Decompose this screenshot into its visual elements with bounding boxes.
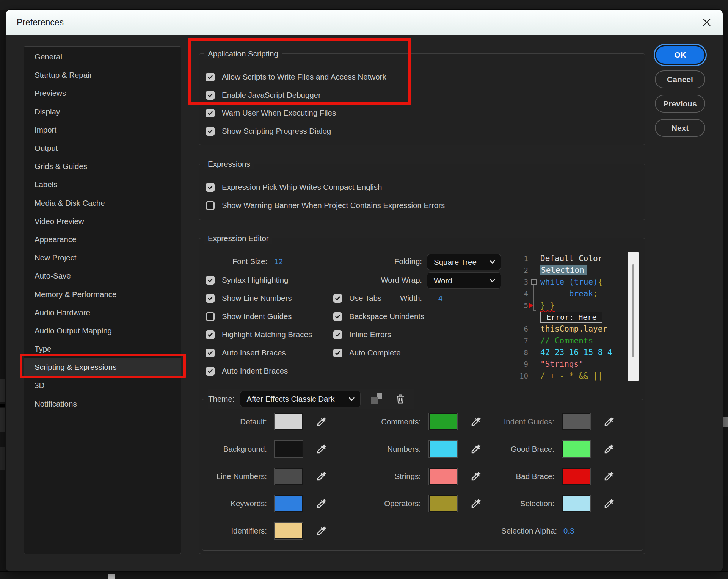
option-show-indent-guides: Show Indent Guides [206, 310, 292, 323]
code-preview-scrollbar[interactable] [628, 252, 639, 381]
color-swatch-bad-brace[interactable] [562, 468, 590, 485]
option-syntax-highlighting: Syntax Highlighting [206, 274, 289, 286]
option-highlight-matching-braces: Highlight Matching Braces [206, 328, 312, 341]
code-token: ; [593, 289, 598, 298]
eyedropper-icon[interactable] [603, 443, 615, 455]
option-label: Show Line Numbers [222, 294, 292, 303]
word-wrap-dropdown[interactable]: Word [427, 272, 501, 289]
checkbox[interactable] [206, 349, 215, 357]
line-number: 8 [508, 348, 528, 357]
checkbox[interactable] [206, 91, 215, 100]
checkbox[interactable] [333, 294, 342, 303]
color-swatch-indent-guides[interactable] [562, 413, 590, 430]
sidebar-category-list: GeneralStartup & RepairPreviewsDisplayIm… [24, 46, 181, 554]
sidebar-item-type[interactable]: Type [24, 340, 181, 358]
background-app-strip-top [0, 0, 728, 10]
option-label: Show Indent Guides [222, 312, 292, 321]
fold-collapse-icon [531, 279, 537, 285]
sidebar-item-video-preview[interactable]: Video Preview [24, 212, 181, 230]
checkbox[interactable] [206, 312, 215, 321]
checkbox[interactable] [333, 330, 342, 339]
sidebar-item-import[interactable]: Import [24, 121, 181, 139]
code-preview: 1Default Color2Selection3while (true){4 … [508, 252, 627, 382]
sidebar-item-auto-save[interactable]: Auto-Save [24, 267, 181, 285]
close-icon[interactable] [701, 16, 713, 28]
background-app-fragment [108, 574, 115, 579]
delete-theme-icon[interactable] [395, 393, 406, 405]
code-text: break; [540, 289, 598, 298]
theme-label: Theme: [208, 394, 235, 404]
sidebar-item-labels[interactable]: Labels [24, 175, 181, 194]
ok-button[interactable]: OK [654, 44, 707, 66]
code-line: 5} } [508, 299, 627, 311]
color-swatch-good-brace[interactable] [562, 441, 590, 457]
sidebar-item-audio-output-mapping[interactable]: Audio Output Mapping [24, 322, 181, 340]
line-number: 10 [508, 372, 528, 380]
code-text: Default Color [540, 254, 602, 263]
sidebar-item-grids-guides[interactable]: Grids & Guides [24, 157, 181, 175]
background-app-fragment [723, 299, 728, 496]
checkbox[interactable] [333, 312, 342, 321]
checkbox[interactable] [333, 349, 342, 357]
swatch-label-indent-guides: Indent Guides: [202, 416, 554, 427]
code-text: / + - * && || [540, 371, 602, 380]
eyedropper-icon[interactable] [603, 471, 615, 482]
sidebar-item-display[interactable]: Display [24, 103, 181, 121]
cancel-button[interactable]: Cancel [655, 70, 705, 88]
new-theme-icon[interactable] [371, 393, 382, 405]
font-size-value[interactable]: 12 [274, 255, 283, 268]
sidebar-item-scripting-expressions[interactable]: Scripting & Expressions [24, 358, 181, 376]
checkbox[interactable] [206, 367, 215, 376]
option-use-tabs: Use Tabs [333, 292, 381, 305]
sidebar-item-previews[interactable]: Previews [24, 84, 181, 102]
sidebar-item-startup-repair[interactable]: Startup & Repair [24, 66, 181, 84]
checkbox[interactable] [206, 183, 215, 192]
eyedropper-icon[interactable] [603, 498, 615, 509]
inline-error-tooltip: Error: Here [540, 312, 602, 323]
checkbox[interactable] [206, 201, 215, 210]
checkbox[interactable] [206, 276, 215, 285]
checkbox[interactable] [206, 330, 215, 339]
sidebar-item-new-project[interactable]: New Project [24, 249, 181, 267]
selection-alpha-value[interactable]: 0.3 [563, 525, 574, 537]
background-app-fragment [0, 379, 5, 402]
option-label: Auto Complete [349, 348, 401, 357]
scrollbar-thumb[interactable] [632, 264, 634, 357]
code-token: Selection [540, 265, 587, 275]
code-token: } } [540, 301, 555, 310]
checkbox[interactable] [206, 294, 215, 303]
option-warn-user-when-executing-files: Warn User When Executing Files [206, 106, 336, 119]
option-show-scripting-progress-dialog: Show Scripting Progress Dialog [206, 125, 331, 138]
background-app-fragment [0, 447, 5, 470]
option-label: Enable JavaScript Debugger [222, 91, 321, 100]
eyedropper-icon[interactable] [603, 416, 615, 427]
theme-dropdown[interactable]: After Effects Classic Dark [240, 391, 361, 407]
background-app-fragment [0, 404, 5, 407]
sidebar-item-media-disk-cache[interactable]: Media & Disk Cache [24, 194, 181, 212]
sidebar-item-memory-performance[interactable]: Memory & Performance [24, 285, 181, 303]
sidebar-item-notifications[interactable]: Notifications [24, 395, 181, 413]
sidebar-item-general[interactable]: General [24, 48, 181, 66]
sidebar-item-output[interactable]: Output [24, 139, 181, 157]
code-line: 842 23 16 15 8 4 [508, 346, 627, 358]
line-number: 2 [508, 266, 528, 274]
next-button[interactable]: Next [655, 119, 705, 137]
tab-width-value[interactable]: 4 [438, 292, 442, 304]
color-swatch-selection[interactable] [562, 495, 590, 512]
option-label: Auto Indent Braces [222, 366, 288, 376]
sidebar-item-appearance[interactable]: Appearance [24, 230, 181, 249]
option-label: Auto Insert Braces [222, 348, 286, 357]
sidebar-item-3d[interactable]: 3D [24, 376, 181, 394]
sidebar-item-audio-hardware[interactable]: Audio Hardware [24, 304, 181, 322]
checkbox[interactable] [206, 109, 215, 117]
line-number: 4 [508, 290, 528, 298]
checkbox[interactable] [206, 127, 215, 136]
line-number: 6 [508, 325, 528, 333]
previous-button[interactable]: Previous [655, 95, 705, 113]
folding-dropdown[interactable]: Square Tree [427, 254, 501, 270]
code-text: // Comments [540, 336, 593, 345]
code-text: Error: Here [540, 313, 602, 322]
checkbox[interactable] [206, 73, 215, 81]
code-token: while [540, 277, 569, 286]
dialog-title: Preferences [17, 17, 64, 28]
